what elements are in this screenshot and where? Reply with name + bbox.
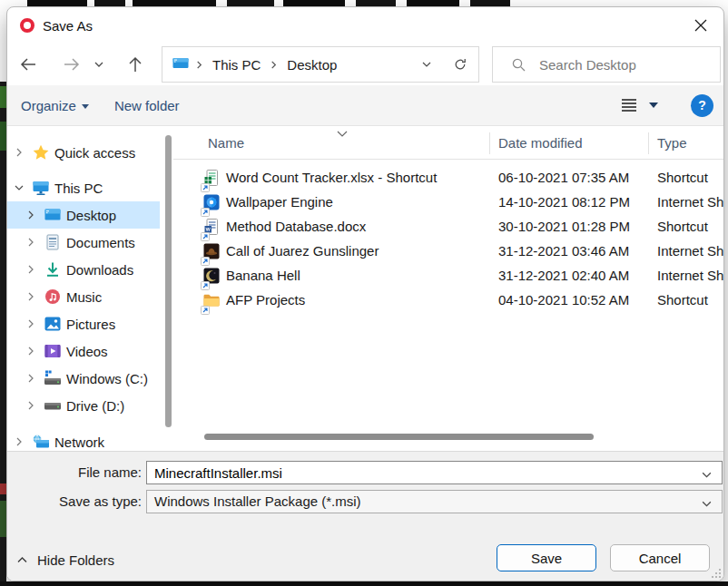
sidebar-item-drive-d[interactable]: Drive (D:) (7, 392, 160, 419)
breadcrumb-desktop[interactable]: Desktop (283, 57, 340, 73)
search-box (492, 46, 721, 83)
save-as-type-value: Windows Installer Package (*.msi) (147, 491, 722, 513)
file-row[interactable]: Method Database.docx 30-10-2021 01:28 PM… (173, 215, 723, 239)
address-dropdown-button[interactable] (411, 47, 442, 82)
sidebar-item-this-pc[interactable]: This PC (7, 174, 160, 201)
file-name-input[interactable] (147, 462, 722, 483)
file-name: Call of Juarez Gunslinger (226, 243, 379, 259)
horizontal-scrollbar[interactable] (204, 434, 594, 440)
excel-shortcut-icon (202, 169, 221, 187)
network-icon (32, 433, 50, 451)
sidebar-item-label: Pictures (66, 317, 115, 332)
sidebar-item-pictures[interactable]: Pictures (7, 310, 160, 337)
videos-icon (44, 342, 62, 360)
save-button[interactable]: Save (497, 544, 596, 571)
close-button[interactable] (685, 11, 716, 40)
help-button[interactable]: ? (691, 94, 713, 117)
sidebar-item-downloads[interactable]: Downloads (7, 256, 160, 283)
file-row[interactable]: Call of Juarez Gunslinger 31-12-2021 03:… (173, 239, 723, 264)
chevron-right-icon[interactable] (26, 265, 35, 274)
column-header-type[interactable]: Type (657, 135, 687, 151)
save-as-dialog: Save As This PC Desktop (6, 6, 724, 581)
column-header-date-modified[interactable]: Date modified (498, 135, 583, 151)
chevron-right-icon[interactable] (15, 148, 24, 157)
sidebar-item-windows-c[interactable]: Windows (C:) (7, 365, 160, 392)
sidebar-item-videos[interactable]: Videos (7, 337, 160, 365)
file-name-label: File name: (7, 464, 142, 480)
new-folder-button[interactable]: New folder (114, 98, 180, 113)
drive-icon (44, 396, 62, 415)
sidebar-item-desktop[interactable]: Desktop (7, 201, 160, 229)
close-icon (694, 18, 708, 33)
sidebar-item-quick-access[interactable]: Quick access (7, 139, 160, 166)
word-shortcut-icon (202, 218, 221, 236)
up-button[interactable] (122, 51, 149, 78)
game-shortcut-icon (202, 267, 221, 285)
breadcrumb-separator-icon (190, 61, 209, 69)
sidebar-item-label: Windows (C:) (66, 371, 148, 386)
sidebar-item-network[interactable]: Network (7, 428, 160, 451)
sidebar-scrollbar[interactable] (165, 135, 172, 427)
chevron-right-icon[interactable] (26, 292, 35, 301)
opera-logo-icon (20, 18, 34, 33)
wallpaper-engine-shortcut-icon (202, 193, 221, 211)
cancel-button[interactable]: Cancel (610, 544, 710, 571)
chevron-down-icon[interactable] (701, 468, 713, 483)
file-list: Name Date modified Type Word Count Track… (173, 126, 723, 451)
column-header-name[interactable]: Name (208, 135, 244, 151)
shortcut-arrow-icon (201, 302, 210, 311)
file-row[interactable]: Wallpaper Engine 14-10-2021 08:12 PM Int… (173, 190, 723, 215)
refresh-button[interactable] (442, 47, 478, 82)
chevron-right-icon[interactable] (15, 437, 24, 446)
chevron-right-icon[interactable] (26, 374, 35, 383)
shortcut-arrow-icon (201, 278, 210, 287)
resize-grip[interactable] (711, 568, 721, 578)
recent-locations-button[interactable] (89, 51, 109, 78)
chevron-down-icon[interactable] (15, 183, 24, 192)
dialog-footer: File name: Save as type: Windows Install… (7, 451, 723, 581)
chevron-right-icon[interactable] (26, 319, 35, 328)
file-name: Word Count Tracker.xlsx - Shortcut (226, 170, 437, 185)
breadcrumb-separator-icon (264, 61, 283, 69)
windows-drive-icon (44, 369, 62, 387)
file-name: Banana Hell (226, 268, 300, 283)
chevron-down-icon (421, 59, 432, 70)
back-button[interactable] (15, 51, 42, 78)
music-icon (44, 288, 62, 306)
file-name-combo (146, 461, 723, 484)
caret-down-icon (82, 104, 89, 109)
column-headers: Name Date modified Type (173, 126, 723, 160)
file-row[interactable]: Word Count Tracker.xlsx - Shortcut 06-10… (173, 166, 723, 190)
command-toolbar: Organize New folder ? (7, 85, 723, 126)
address-bar[interactable]: This PC Desktop (162, 46, 479, 83)
shortcut-arrow-icon (201, 180, 210, 189)
up-arrow-icon (125, 54, 145, 74)
chevron-right-icon[interactable] (26, 210, 35, 220)
search-input[interactable] (539, 57, 720, 73)
sidebar-item-label: Quick access (54, 145, 135, 161)
pictures-icon (44, 315, 62, 333)
column-divider[interactable] (648, 132, 649, 154)
change-view-button[interactable] (617, 93, 641, 117)
chevron-right-icon[interactable] (26, 347, 35, 356)
sidebar-item-music[interactable]: Music (7, 283, 160, 310)
chevron-right-icon[interactable] (26, 401, 35, 410)
column-divider[interactable] (489, 132, 490, 154)
view-options-dropdown-icon[interactable] (649, 103, 658, 108)
file-row[interactable]: AFP Projects 04-10-2021 10:52 AM Shortcu… (173, 288, 723, 313)
organize-button[interactable]: Organize (21, 98, 89, 113)
sidebar-item-label: Desktop (66, 208, 116, 223)
file-name: Method Database.docx (226, 219, 366, 234)
breadcrumb-this-pc[interactable]: This PC (209, 57, 264, 73)
sidebar-item-documents[interactable]: Documents (7, 229, 160, 256)
forward-button[interactable] (58, 51, 85, 78)
list-view-icon (620, 96, 638, 114)
help-label: ? (698, 98, 706, 112)
hide-folders-button[interactable]: Hide Folders (16, 546, 114, 573)
chevron-right-icon[interactable] (26, 238, 35, 247)
file-type: Shortcut (657, 219, 708, 234)
sort-direction-icon (336, 126, 349, 142)
file-row[interactable]: Banana Hell 31-12-2021 02:40 AM Internet… (173, 264, 723, 288)
save-as-type-select[interactable]: Windows Installer Package (*.msi) (146, 490, 723, 513)
save-as-type-label: Save as type: (7, 493, 142, 509)
